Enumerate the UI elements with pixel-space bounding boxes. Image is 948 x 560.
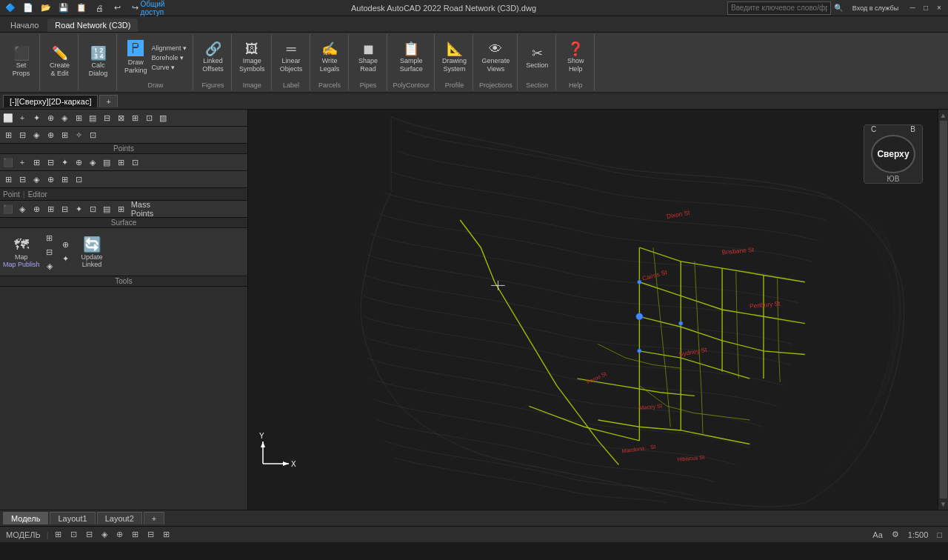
pt2-btn-2[interactable]: ⊟ bbox=[16, 128, 29, 141]
image-symbols-btn[interactable]: 🖼 ImageSymbols bbox=[238, 41, 267, 75]
pe2-btn-1[interactable]: ⊞ bbox=[1, 173, 15, 186]
shape-read-btn[interactable]: ◼ ShapeRead bbox=[356, 41, 380, 75]
pt-btn-6[interactable]: ⊞ bbox=[72, 111, 85, 124]
surf-btn-6[interactable]: ✦ bbox=[72, 202, 85, 216]
surf-btn-8[interactable]: ▤ bbox=[100, 202, 113, 216]
drawing-system-btn[interactable]: 📐 DrawingSystem bbox=[441, 41, 468, 75]
show-help-btn[interactable]: ❓ ShowHelp bbox=[564, 41, 587, 75]
surf-btn-1[interactable]: ⬛ bbox=[1, 202, 15, 216]
calc-dialog-btn[interactable]: 🔢 CalcDialog bbox=[87, 45, 110, 79]
tools-btn-4[interactable]: ⊕ bbox=[59, 239, 73, 252]
pe-btn-7[interactable]: ◈ bbox=[86, 156, 99, 169]
pt-btn-5[interactable]: ◈ bbox=[58, 111, 71, 124]
pe-btn-8[interactable]: ▤ bbox=[100, 156, 113, 169]
pt-btn-7[interactable]: ▤ bbox=[86, 111, 99, 124]
status-scale[interactable]: 1:500 bbox=[905, 527, 932, 542]
maximize-btn[interactable]: □ bbox=[920, 2, 932, 14]
sign-in-btn[interactable]: Вход в службы bbox=[846, 2, 905, 14]
undo-btn[interactable]: ↩ bbox=[110, 1, 124, 16]
tab-home[interactable]: Начало bbox=[3, 19, 46, 32]
right-scrollbar[interactable]: ▲ ▼ bbox=[938, 110, 948, 510]
minimize-btn[interactable]: ─ bbox=[907, 2, 918, 14]
pe-btn-3[interactable]: ⊞ bbox=[30, 156, 43, 169]
layout-tab-2[interactable]: Layout2 bbox=[97, 512, 142, 524]
status-otrack-btn[interactable]: ⊞ bbox=[129, 527, 141, 542]
scroll-down-btn[interactable]: ▼ bbox=[940, 500, 947, 508]
surf-btn-3[interactable]: ⊕ bbox=[30, 202, 43, 216]
pt-btn-3[interactable]: ✦ bbox=[30, 111, 43, 124]
status-maximize-btn[interactable]: □ bbox=[934, 527, 945, 542]
pe2-btn-6[interactable]: ⊡ bbox=[72, 173, 85, 186]
pt2-btn-4[interactable]: ⊕ bbox=[44, 128, 57, 141]
pe2-btn-5[interactable]: ⊞ bbox=[58, 173, 71, 186]
tools-btn-2[interactable]: ⊟ bbox=[43, 245, 56, 259]
pe-btn-2[interactable]: + bbox=[16, 156, 29, 169]
status-model[interactable]: МОДЕЛЬ bbox=[3, 527, 44, 542]
compass-widget[interactable]: C B Сверху ЮВ bbox=[864, 124, 923, 184]
tools-btn-3[interactable]: ◈ bbox=[43, 259, 56, 273]
pe-btn-9[interactable]: ⊞ bbox=[114, 156, 127, 169]
surf-mass-btn[interactable]: MassPoints bbox=[128, 202, 156, 216]
print-btn[interactable]: 🖨 bbox=[92, 1, 107, 16]
curve-btn[interactable]: Curve ▾ bbox=[150, 63, 189, 72]
linked-offsets-btn[interactable]: 🔗 LinkedOffsets bbox=[201, 41, 224, 75]
pt-btn-11[interactable]: ⊡ bbox=[142, 111, 156, 124]
status-snap-btn[interactable]: ⊡ bbox=[67, 527, 80, 542]
pt-btn-9[interactable]: ⊠ bbox=[114, 111, 127, 124]
status-osnap-btn[interactable]: ⊕ bbox=[113, 527, 126, 542]
cad-canvas-area[interactable]: Dixon St Brisbane St Cairns St Penbury S… bbox=[248, 110, 938, 510]
write-legals-btn[interactable]: ✍ WriteLegals bbox=[318, 41, 341, 75]
surf-btn-9[interactable]: ⊞ bbox=[114, 202, 127, 216]
layout-tab-add[interactable]: + bbox=[144, 512, 164, 524]
update-linked-btn[interactable]: 🔄 Update Linked bbox=[81, 236, 103, 268]
pt-btn-12[interactable]: ▧ bbox=[156, 111, 170, 124]
draw-parking-btn[interactable]: 🅿 DrawParking bbox=[123, 39, 149, 76]
pe-btn-10[interactable]: ⊡ bbox=[128, 156, 141, 169]
pt2-btn-3[interactable]: ◈ bbox=[30, 128, 43, 141]
generate-views-btn[interactable]: 👁 GenerateViews bbox=[481, 41, 512, 75]
status-grid-btn[interactable]: ⊞ bbox=[52, 527, 64, 542]
tools-btn-1[interactable]: ⊞ bbox=[43, 231, 56, 244]
surf-btn-5[interactable]: ⊟ bbox=[58, 202, 71, 216]
status-workspace-btn[interactable]: ⚙ bbox=[889, 527, 902, 542]
save-as-btn[interactable]: 📋 bbox=[74, 1, 89, 16]
open-btn[interactable]: 📂 bbox=[39, 1, 53, 16]
section-btn[interactable]: ✂ Section bbox=[524, 45, 550, 71]
tab-road-network[interactable]: Road Network (C3D) bbox=[47, 19, 138, 32]
pt2-btn-5[interactable]: ⊞ bbox=[58, 128, 71, 141]
pe-btn-1[interactable]: ⬛ bbox=[1, 156, 15, 169]
pe2-btn-2[interactable]: ⊟ bbox=[16, 173, 29, 186]
status-annotation-btn[interactable]: Aa bbox=[869, 527, 885, 542]
pt2-btn-7[interactable]: ⊡ bbox=[86, 128, 99, 141]
pt2-btn-1[interactable]: ⊞ bbox=[1, 128, 15, 141]
tools-btn-5[interactable]: ✦ bbox=[59, 253, 73, 266]
close-btn[interactable]: × bbox=[933, 2, 945, 14]
pt-btn-1[interactable]: ⬜ bbox=[1, 111, 15, 124]
pt-btn-10[interactable]: ⊞ bbox=[128, 111, 141, 124]
pt-btn-4[interactable]: ⊕ bbox=[44, 111, 57, 124]
status-polar-btn[interactable]: ◈ bbox=[99, 527, 110, 542]
scroll-thumb[interactable] bbox=[940, 121, 947, 499]
map-publish-btn[interactable]: 🗺 Map Map Publish bbox=[3, 236, 40, 268]
doc-tab-new[interactable]: + bbox=[99, 95, 117, 107]
new-btn[interactable]: 📄 bbox=[21, 1, 36, 16]
surf-btn-2[interactable]: ◈ bbox=[16, 202, 29, 216]
status-lw-btn[interactable]: ⊞ bbox=[160, 527, 173, 542]
status-ortho-btn[interactable]: ⊟ bbox=[83, 527, 96, 542]
pe-btn-4[interactable]: ⊟ bbox=[44, 156, 57, 169]
linear-objects-btn[interactable]: ═ LinearObjects bbox=[278, 41, 304, 75]
pt-btn-8[interactable]: ⊟ bbox=[100, 111, 113, 124]
borehole-btn[interactable]: Borehole ▾ bbox=[150, 53, 189, 62]
layout-tab-model[interactable]: Модель bbox=[3, 512, 48, 524]
set-props-btn[interactable]: ⬛ SetProps bbox=[10, 45, 33, 79]
doc-tab-main[interactable]: [-][Сверху][2D-каркас] bbox=[3, 95, 98, 107]
status-ducs-btn[interactable]: ⊟ bbox=[144, 527, 157, 542]
layout-tab-1[interactable]: Layout1 bbox=[50, 512, 95, 524]
pe2-btn-4[interactable]: ⊕ bbox=[44, 173, 57, 186]
search-input[interactable] bbox=[727, 1, 831, 15]
pt-btn-2[interactable]: + bbox=[16, 111, 29, 124]
scroll-up-btn[interactable]: ▲ bbox=[940, 111, 947, 119]
surf-btn-7[interactable]: ⊡ bbox=[86, 202, 99, 216]
create-edit-btn[interactable]: ✏️ Create& Edit bbox=[48, 45, 72, 79]
pe-btn-6[interactable]: ⊕ bbox=[72, 156, 85, 169]
